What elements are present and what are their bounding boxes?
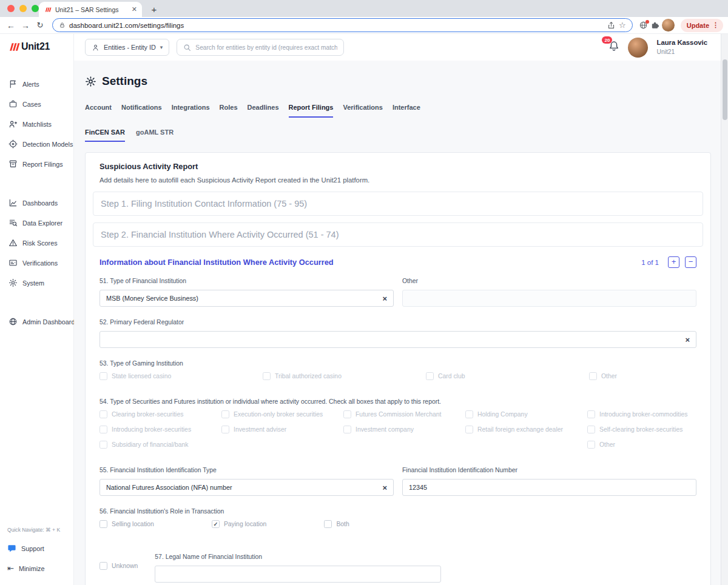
- tab-report-filings[interactable]: Report Filings: [289, 104, 334, 118]
- field-55-select[interactable]: National Futures Association (NFA) numbe…: [99, 479, 394, 496]
- extension-globe-icon[interactable]: [639, 21, 648, 30]
- field-51: 51. Type of Financial Institution MSB (M…: [93, 278, 703, 307]
- reload-button[interactable]: ↻: [34, 21, 46, 30]
- tab-close-icon[interactable]: ✕: [132, 5, 137, 13]
- field-55: 55. Financial Institution Identification…: [93, 467, 703, 496]
- clear-icon[interactable]: ×: [382, 295, 387, 303]
- sidebar-item-admin-dashboard[interactable]: Admin Dashboard: [0, 312, 73, 332]
- checkbox-label: Tribal authorized casino: [275, 373, 342, 379]
- field-51-other-input[interactable]: [402, 290, 696, 307]
- checkbox-option[interactable]: Futures Commission Merchant: [343, 410, 465, 418]
- checkbox-option[interactable]: Investment company: [343, 426, 465, 433]
- sidebar-item-risk-scores[interactable]: Risk Scores: [0, 233, 73, 253]
- share-icon[interactable]: [607, 21, 615, 29]
- sidebar-divider: [0, 293, 73, 312]
- checkbox-option[interactable]: Card club: [426, 372, 589, 380]
- sidebar-item-label: Report Filings: [22, 161, 63, 168]
- entity-type-dropdown[interactable]: Entities - Entity ID ▾: [85, 39, 169, 56]
- field-52-select[interactable]: ×: [99, 331, 696, 348]
- checkbox-option[interactable]: Other: [589, 372, 696, 380]
- browser-profile-avatar[interactable]: [662, 19, 675, 32]
- add-instance-button[interactable]: +: [668, 256, 679, 268]
- checkbox-option-paying-location[interactable]: Paying location: [212, 520, 266, 528]
- minimize-sidebar-button[interactable]: ⇤ Minimize: [7, 564, 66, 573]
- field-57-input[interactable]: [155, 566, 441, 583]
- subtab-goaml-str[interactable]: goAML STR: [136, 129, 174, 142]
- scrollbar-thumb[interactable]: [723, 59, 727, 120]
- checkbox-option-unknown[interactable]: Unknown: [99, 562, 138, 570]
- checkbox-option[interactable]: Subsidiary of financial/bank: [99, 441, 221, 449]
- bookmark-star-icon[interactable]: ☆: [619, 21, 626, 30]
- field-51-value: MSB (Money Service Business): [106, 295, 382, 302]
- globe-icon: [8, 317, 18, 326]
- browser-menu-icon[interactable]: ⋮: [712, 21, 719, 29]
- tab-integrations[interactable]: Integrations: [172, 104, 210, 118]
- user-avatar[interactable]: [628, 38, 648, 58]
- zoom-window-button[interactable]: [32, 5, 39, 12]
- field-55-value: National Futures Association (NFA) numbe…: [106, 484, 382, 491]
- sidebar-item-alerts[interactable]: Alerts: [0, 74, 73, 94]
- checkbox: [343, 410, 351, 418]
- sidebar-item-label: Detection Models: [22, 141, 73, 148]
- sidebar-item-matchlists[interactable]: Matchlists: [0, 114, 73, 134]
- back-button[interactable]: ←: [5, 21, 17, 30]
- checkbox: [465, 426, 473, 433]
- checkbox-option[interactable]: Execution-only broker securities: [221, 410, 343, 418]
- checkbox-option[interactable]: Holding Company: [465, 410, 587, 418]
- support-button[interactable]: Support: [7, 544, 66, 553]
- close-window-button[interactable]: [7, 5, 15, 12]
- checkbox-option[interactable]: Retail foreign exchange dealer: [465, 426, 587, 433]
- field-53: 53. Type of Gaming Institution State lic…: [93, 360, 703, 380]
- clear-icon[interactable]: ×: [382, 484, 387, 492]
- checkbox-option-both[interactable]: Both: [324, 520, 349, 528]
- remove-instance-button[interactable]: −: [685, 256, 696, 268]
- tab-account[interactable]: Account: [85, 104, 112, 118]
- filing-subtabs: FinCEN SAR goAML STR: [85, 129, 711, 142]
- extensions-puzzle-icon[interactable]: [650, 21, 659, 30]
- step1-accordion-header[interactable]: Step 1. Filing Institution Contact Infor…: [93, 192, 703, 216]
- checkbox: [99, 562, 107, 570]
- unit21-logo-icon: [8, 42, 20, 52]
- sidebar-item-report-filings[interactable]: Report Filings: [0, 154, 73, 174]
- checkbox-option[interactable]: Clearing broker-securities: [99, 410, 221, 418]
- sidebar-item-system[interactable]: System: [0, 273, 73, 293]
- checkbox-option[interactable]: Tribal authorized casino: [263, 372, 426, 380]
- browser-update-button[interactable]: Update ⋮: [681, 19, 723, 32]
- tab-verifications[interactable]: Verifications: [343, 104, 382, 118]
- checkbox-option[interactable]: State licensed casino: [99, 372, 263, 380]
- unit21-logo[interactable]: Unit21: [0, 41, 73, 52]
- checkbox-option[interactable]: Investment adviser: [221, 426, 343, 433]
- checkbox-option[interactable]: Self-clearing broker-securities: [587, 426, 696, 433]
- checkbox-option[interactable]: Other: [587, 441, 696, 449]
- checkbox-option[interactable]: Introducing broker-securities: [99, 426, 221, 433]
- minimize-window-button[interactable]: [19, 5, 27, 12]
- field-57-label: 57. Legal Name of Financial Institution: [155, 553, 441, 560]
- checkbox-label: Introducing broker-securities: [112, 426, 191, 433]
- checkbox-option-selling-location[interactable]: Selling location: [99, 520, 154, 528]
- sidebar-item-data-explorer[interactable]: Data Explorer: [0, 213, 73, 233]
- entity-search[interactable]: [177, 39, 344, 56]
- sidebar-item-cases[interactable]: Cases: [0, 94, 73, 114]
- address-bar[interactable]: dashboard.unit21.com/settings/filings ☆: [52, 18, 633, 32]
- checkbox-label: Self-clearing broker-securities: [599, 426, 682, 433]
- sidebar-item-detection-models[interactable]: Detection Models: [0, 134, 73, 154]
- notification-count-badge: 20: [602, 36, 612, 44]
- entity-search-input[interactable]: [195, 44, 337, 51]
- browser-tabstrip: Unit21 – SAR Settings ✕ +: [0, 0, 728, 17]
- tab-notifications[interactable]: Notifications: [121, 104, 162, 118]
- tab-roles[interactable]: Roles: [220, 104, 238, 118]
- clear-icon[interactable]: ×: [685, 336, 690, 344]
- field-55-number-input[interactable]: [402, 479, 696, 496]
- new-tab-button[interactable]: +: [148, 4, 160, 15]
- sidebar-item-dashboards[interactable]: Dashboards: [0, 193, 73, 213]
- checkbox-option[interactable]: Introducing broker-commodities: [587, 410, 696, 418]
- forward-button[interactable]: →: [19, 21, 32, 30]
- notifications-bell[interactable]: 20: [608, 41, 619, 54]
- tab-deadlines[interactable]: Deadlines: [248, 104, 279, 118]
- browser-tab[interactable]: Unit21 – SAR Settings ✕: [39, 2, 142, 17]
- sidebar-item-verifications[interactable]: Verifications: [0, 253, 73, 273]
- subtab-fincen-sar[interactable]: FinCEN SAR: [85, 129, 125, 142]
- step2-accordion-header[interactable]: Step 2. Financial Institution Where Acti…: [93, 222, 703, 247]
- tab-interface[interactable]: Interface: [393, 104, 420, 118]
- field-51-select[interactable]: MSB (Money Service Business) ×: [99, 290, 394, 307]
